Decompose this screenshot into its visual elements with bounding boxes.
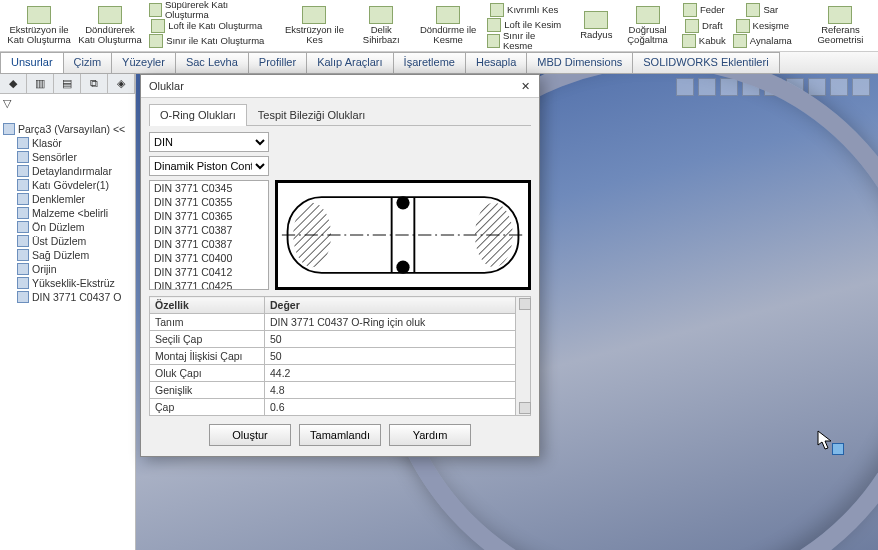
cmd-sweep-boss[interactable]: Süpürerek Katı Oluşturma bbox=[146, 2, 267, 18]
cmd-fillet[interactable]: Radyus bbox=[576, 2, 616, 49]
tab-addins[interactable]: SOLIDWORKS Eklentileri bbox=[632, 52, 779, 73]
grid-header-property: Özellik bbox=[150, 297, 265, 314]
filter-icon[interactable]: ▽ bbox=[3, 97, 23, 117]
wrap-icon bbox=[746, 3, 760, 17]
tab-sheetmetal[interactable]: Sac Levha bbox=[175, 52, 249, 73]
list-item[interactable]: DIN 3771 C0412 bbox=[150, 265, 268, 279]
create-button[interactable]: Oluştur bbox=[209, 424, 291, 446]
cmd-sweep-cut[interactable]: Kıvrımlı Kes bbox=[484, 2, 564, 18]
list-item[interactable]: DIN 3771 C0365 bbox=[150, 209, 268, 223]
equations-icon bbox=[17, 193, 29, 205]
tab-sketch[interactable]: Çizim bbox=[63, 52, 113, 73]
cmd-revolve-cut[interactable]: Döndürme ile Kesme bbox=[413, 2, 483, 49]
list-item[interactable]: DIN 3771 C0425 bbox=[150, 279, 268, 290]
feature-manager-pane: ◆ ▥ ▤ ⧉ ◈ ▽ Parça3 (Varsayılan) << Klasö… bbox=[0, 74, 136, 550]
cmd-extrude-boss[interactable]: Ekstrüzyon ile Katı Oluşturma bbox=[4, 2, 74, 49]
dialog-titlebar: Oluklar ✕ bbox=[141, 75, 539, 98]
tree-item[interactable]: DIN 3771 C0437 O bbox=[3, 290, 132, 304]
feature-manager-tabs: ◆ ▥ ▤ ⧉ ◈ bbox=[0, 74, 135, 94]
mouse-cursor-icon bbox=[817, 430, 832, 452]
extrude-cut-icon bbox=[302, 6, 326, 24]
tree-item[interactable]: Üst Düzlem bbox=[3, 234, 132, 248]
material-icon bbox=[17, 207, 29, 219]
tree-item[interactable]: Malzeme <belirli bbox=[3, 206, 132, 220]
tab-evaluate[interactable]: Hesapla bbox=[465, 52, 527, 73]
tree-item[interactable]: Orijin bbox=[3, 262, 132, 276]
command-tabs: Unsurlar Çizim Yüzeyler Sac Levha Profil… bbox=[0, 52, 878, 74]
standard-select[interactable]: DIN bbox=[149, 132, 269, 152]
cmd-linear-pattern[interactable]: Doğrusal Çoğaltma bbox=[617, 2, 678, 49]
help-button[interactable]: Yardım bbox=[389, 424, 471, 446]
tree-item[interactable]: Katı Gövdeler(1) bbox=[3, 178, 132, 192]
list-item[interactable]: DIN 3771 C0355 bbox=[150, 195, 268, 209]
tree-item[interactable]: Detaylandırmalar bbox=[3, 164, 132, 178]
cmd-boundary-cut[interactable]: Sınır ile Kesme bbox=[484, 33, 564, 49]
cmd-intersect[interactable]: Kesişme bbox=[730, 18, 795, 34]
list-item[interactable]: DIN 3771 C0345 bbox=[150, 181, 268, 195]
shell-icon bbox=[682, 34, 696, 48]
cmd-shell[interactable]: Kabuk bbox=[679, 33, 729, 49]
done-button[interactable]: Tamamlandı bbox=[299, 424, 381, 446]
table-row[interactable]: Oluk Çapı44.2 bbox=[150, 365, 516, 382]
grid-scrollbar[interactable] bbox=[516, 296, 531, 416]
annotations-icon bbox=[17, 165, 29, 177]
cmd-ref-geometry[interactable]: Referans Geometrisi bbox=[807, 2, 874, 49]
tab-surfaces[interactable]: Yüzeyler bbox=[111, 52, 176, 73]
groove-feature-icon bbox=[17, 291, 29, 303]
tree-item[interactable]: Sensörler bbox=[3, 150, 132, 164]
seal-type-select[interactable]: Dinamik Piston Contası bbox=[149, 156, 269, 176]
tree-root[interactable]: Parça3 (Varsayılan) << bbox=[3, 122, 132, 136]
cmd-mirror[interactable]: Aynalama bbox=[730, 33, 795, 49]
cmd-boundary-boss[interactable]: Sınır ile Katı Oluşturma bbox=[146, 34, 267, 50]
table-row[interactable]: Genişlik4.8 bbox=[150, 382, 516, 399]
table-row[interactable]: TanımDIN 3771 C0437 O-Ring için oluk bbox=[150, 314, 516, 331]
extrude-icon bbox=[27, 6, 51, 24]
sweep-cut-icon bbox=[490, 3, 504, 17]
grid-header-value: Değer bbox=[265, 297, 516, 314]
sensors-icon bbox=[17, 151, 29, 163]
plane-icon bbox=[17, 221, 29, 233]
view-hide-icon[interactable] bbox=[808, 78, 826, 96]
cmd-extrude-cut[interactable]: Ekstrüzyon ile Kes bbox=[279, 2, 349, 49]
list-item[interactable]: DIN 3771 C0387 bbox=[150, 237, 268, 251]
fm-tab-property[interactable]: ▥ bbox=[27, 74, 54, 93]
table-row[interactable]: Seçili Çap50 bbox=[150, 331, 516, 348]
cmd-wrap[interactable]: Sar bbox=[730, 2, 795, 18]
ribbon: Ekstrüzyon ile Katı Oluşturma Döndürerek… bbox=[0, 0, 878, 52]
tab-mold-tools[interactable]: Kalıp Araçları bbox=[306, 52, 393, 73]
cmd-rib[interactable]: Feder bbox=[679, 2, 729, 18]
loft-icon bbox=[151, 19, 165, 33]
cursor-face-badge-icon bbox=[832, 443, 844, 455]
tree-item[interactable]: Klasör bbox=[3, 136, 132, 150]
cmd-draft[interactable]: Draft bbox=[679, 18, 729, 34]
dialog-close-button[interactable]: ✕ bbox=[519, 80, 531, 92]
fm-tab-dim[interactable]: ⧉ bbox=[81, 74, 108, 93]
hole-icon bbox=[369, 6, 393, 24]
tree-item[interactable]: Sağ Düzlem bbox=[3, 248, 132, 262]
tab-mbd[interactable]: MBD Dimensions bbox=[526, 52, 633, 73]
table-row[interactable]: Montaj İlişkisi Çapı50 bbox=[150, 348, 516, 365]
loft-cut-icon bbox=[487, 18, 501, 32]
cmd-loft-boss[interactable]: Loft ile Katı Oluşturma bbox=[146, 18, 267, 34]
din-size-list[interactable]: DIN 3771 C0345 DIN 3771 C0355 DIN 3771 C… bbox=[149, 180, 269, 290]
cmd-hole-wizard[interactable]: Delik Sihirbazı bbox=[350, 2, 412, 49]
fm-tab-tree[interactable]: ◆ bbox=[0, 74, 27, 93]
fm-tab-config[interactable]: ▤ bbox=[54, 74, 81, 93]
tree-item[interactable]: Denklemler bbox=[3, 192, 132, 206]
tab-retaining-ring-grooves[interactable]: Tespit Bileziği Olukları bbox=[247, 104, 377, 125]
tab-oring-grooves[interactable]: O-Ring Olukları bbox=[149, 104, 247, 126]
cmd-revolve-boss[interactable]: Döndürerek Katı Oluşturma bbox=[75, 2, 145, 49]
table-row[interactable]: Çap0.6 bbox=[150, 399, 516, 416]
list-item[interactable]: DIN 3771 C0400 bbox=[150, 251, 268, 265]
part-icon bbox=[3, 123, 15, 135]
fm-tab-display[interactable]: ◈ bbox=[108, 74, 135, 93]
tab-markup[interactable]: İşaretleme bbox=[393, 52, 466, 73]
list-item[interactable]: DIN 3771 C0387 bbox=[150, 223, 268, 237]
view-settings-icon[interactable] bbox=[830, 78, 848, 96]
view-render-icon[interactable] bbox=[852, 78, 870, 96]
tree-item[interactable]: Yükseklik-Ekstrüz bbox=[3, 276, 132, 290]
mirror-icon bbox=[733, 34, 747, 48]
tab-features[interactable]: Unsurlar bbox=[0, 52, 64, 73]
tree-item[interactable]: Ön Düzlem bbox=[3, 220, 132, 234]
tab-profiles[interactable]: Profiller bbox=[248, 52, 307, 73]
